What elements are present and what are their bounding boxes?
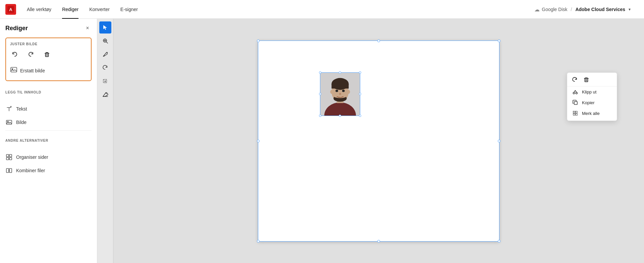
cloud-icon: ☁ bbox=[534, 6, 540, 12]
img-handle-bottom-right[interactable] bbox=[359, 115, 361, 117]
svg-rect-54 bbox=[576, 114, 577, 115]
cloud-storage-area[interactable]: ☁ Google Disk / Adobe Cloud Services ▾ bbox=[534, 6, 631, 12]
img-handle-top-left[interactable] bbox=[319, 71, 321, 74]
cut-label: Klipp ut bbox=[582, 89, 596, 94]
legg-til-label: LEGG TIL INNHOLD bbox=[5, 90, 92, 94]
svg-marker-20 bbox=[103, 25, 107, 30]
svg-rect-2 bbox=[46, 53, 49, 57]
handle-bottom-left[interactable] bbox=[257, 240, 260, 243]
replace-image-icon bbox=[10, 66, 17, 75]
replace-image-label: Erstatt bilde bbox=[20, 68, 45, 73]
canvas-area[interactable]: Klipp ut Kopier bbox=[113, 19, 644, 263]
juster-bilde-section: JUSTER BILDE bbox=[5, 38, 92, 81]
context-select-all-button[interactable]: Merk alle bbox=[567, 108, 617, 119]
main-layout: Rediger × JUSTER BILDE bbox=[0, 19, 644, 263]
svg-rect-13 bbox=[6, 154, 9, 157]
svg-rect-52 bbox=[576, 111, 577, 113]
svg-point-36 bbox=[330, 90, 333, 94]
add-text-icon bbox=[5, 106, 13, 112]
rotate-tool-button[interactable] bbox=[99, 62, 111, 74]
svg-rect-17 bbox=[6, 169, 9, 173]
svg-rect-35 bbox=[331, 84, 348, 88]
kombiner-filer-button[interactable]: Kombiner filer bbox=[0, 164, 97, 177]
svg-rect-16 bbox=[9, 157, 12, 160]
undo-button[interactable] bbox=[10, 50, 19, 59]
handle-top-right[interactable] bbox=[498, 40, 500, 42]
handle-top-left[interactable] bbox=[257, 40, 260, 42]
nav-item-alle-verktoy[interactable]: Alle verktøy bbox=[21, 0, 57, 19]
zoom-tool-button[interactable] bbox=[99, 35, 111, 47]
pen-tool-button[interactable] bbox=[99, 48, 111, 60]
sidebar-title: Rediger bbox=[5, 25, 28, 32]
kombiner-filer-icon bbox=[5, 167, 13, 174]
andre-label: ANDRE ALTERNATIVER bbox=[5, 139, 92, 142]
pdf-page[interactable] bbox=[258, 41, 499, 242]
svg-line-22 bbox=[106, 42, 108, 43]
handle-top-middle[interactable] bbox=[377, 40, 380, 42]
img-handle-top-right[interactable] bbox=[359, 71, 361, 74]
add-text-label: Tekst bbox=[16, 106, 27, 112]
text-select-tool-button[interactable]: A bbox=[99, 75, 111, 87]
context-menu-top-row bbox=[567, 75, 617, 86]
context-copy-button[interactable]: Kopier bbox=[567, 97, 617, 108]
img-handle-bottom-left[interactable] bbox=[319, 115, 321, 117]
nav-item-konverter[interactable]: Konverter bbox=[84, 0, 115, 19]
svg-rect-51 bbox=[573, 111, 575, 113]
sidebar: Rediger × JUSTER BILDE bbox=[0, 19, 97, 263]
select-all-icon bbox=[572, 111, 579, 116]
img-handle-bottom-middle[interactable] bbox=[339, 115, 341, 117]
juster-icon-row bbox=[10, 50, 87, 59]
img-handle-middle-left[interactable] bbox=[319, 93, 321, 95]
img-handle-top-middle[interactable] bbox=[339, 71, 341, 74]
handle-bottom-right[interactable] bbox=[498, 240, 500, 243]
andre-section: ANDRE ALTERNATIVER bbox=[0, 135, 97, 150]
legg-til-section: LEGG TIL INNHOLD bbox=[0, 86, 97, 102]
erase-tool-button[interactable] bbox=[99, 88, 111, 101]
svg-rect-11 bbox=[6, 120, 12, 124]
organiser-sider-label: Organiser sider bbox=[16, 154, 48, 160]
organiser-sider-icon bbox=[5, 154, 13, 160]
select-tool-button[interactable] bbox=[99, 21, 111, 34]
cut-icon bbox=[572, 89, 579, 94]
nav-item-e-signer[interactable]: E-signer bbox=[115, 0, 143, 19]
page-selection-border bbox=[258, 41, 499, 242]
organiser-sider-button[interactable]: Organiser sider bbox=[0, 150, 97, 164]
copy-icon bbox=[572, 100, 579, 105]
delete-image-button[interactable] bbox=[42, 50, 52, 59]
copy-label: Kopier bbox=[582, 100, 595, 105]
select-all-label: Merk alle bbox=[582, 111, 600, 116]
svg-rect-5 bbox=[11, 67, 17, 72]
add-text-button[interactable]: Tekst bbox=[0, 102, 97, 116]
img-handle-middle-right[interactable] bbox=[359, 93, 361, 95]
vertical-toolbar: A bbox=[97, 19, 113, 263]
add-image-icon bbox=[5, 119, 13, 126]
cloud-service-name: Adobe Cloud Services bbox=[575, 7, 625, 12]
handle-bottom-middle[interactable] bbox=[377, 240, 380, 243]
svg-line-49 bbox=[575, 90, 577, 92]
svg-rect-18 bbox=[9, 169, 12, 173]
svg-rect-14 bbox=[9, 154, 12, 157]
context-cut-button[interactable]: Klipp ut bbox=[567, 86, 617, 97]
cloud-separator: / bbox=[571, 7, 572, 12]
handle-middle-left[interactable] bbox=[257, 140, 260, 142]
add-image-label: Bilde bbox=[16, 120, 26, 125]
svg-text:A: A bbox=[104, 80, 106, 82]
replace-image-button[interactable]: Erstatt bilde bbox=[10, 65, 87, 76]
svg-rect-15 bbox=[6, 157, 9, 160]
selected-image[interactable] bbox=[320, 72, 360, 116]
nav-bar: Alle verktøy Rediger Konverter E-signer bbox=[21, 0, 143, 19]
divider bbox=[5, 130, 92, 131]
add-image-button[interactable]: Bilde bbox=[0, 116, 97, 129]
svg-point-38 bbox=[335, 89, 338, 92]
redo-button[interactable] bbox=[26, 50, 36, 59]
svg-point-12 bbox=[7, 121, 8, 122]
close-sidebar-button[interactable]: × bbox=[84, 24, 92, 32]
cloud-text: Google Disk bbox=[542, 7, 567, 12]
context-delete-button[interactable] bbox=[583, 77, 589, 83]
cloud-chevron-icon[interactable]: ▾ bbox=[629, 7, 631, 12]
context-rotate-button[interactable] bbox=[572, 77, 578, 83]
nav-item-rediger[interactable]: Rediger bbox=[57, 0, 84, 19]
sidebar-header: Rediger × bbox=[0, 24, 97, 38]
svg-rect-53 bbox=[573, 114, 575, 115]
handle-middle-right[interactable] bbox=[498, 140, 500, 142]
